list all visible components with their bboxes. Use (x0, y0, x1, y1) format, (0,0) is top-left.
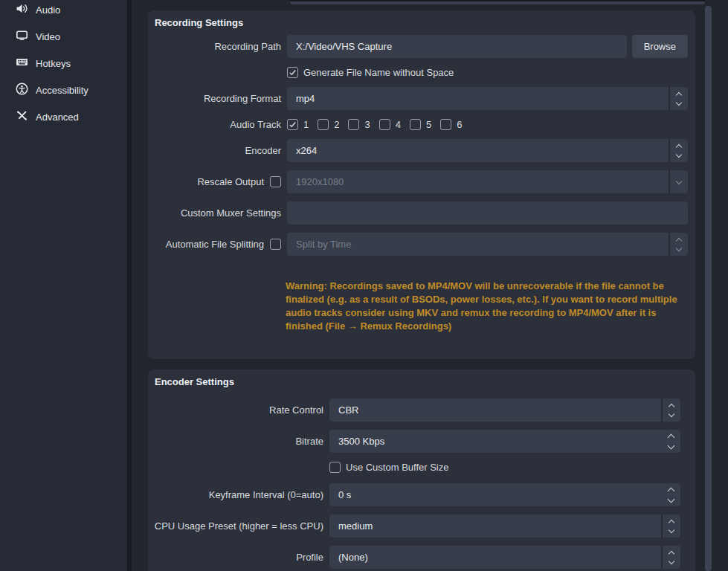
spinner-arrows-icon[interactable] (669, 87, 688, 110)
auto-file-splitting-row: Automatic File Splitting Split by Time (148, 233, 695, 256)
recording-settings-panel: Recording Settings Recording Path Browse… (148, 10, 695, 359)
keyframe-interval-value: 0 s (329, 489, 661, 500)
keyframe-interval-spinbox[interactable]: 0 s (329, 483, 680, 506)
recording-format-label: Recording Format (204, 93, 281, 104)
settings-sidebar: Audio Video Hotkeys Accessibility Advanc… (0, 0, 127, 571)
settings-nav-list: Audio Video Hotkeys Accessibility Advanc… (0, 0, 127, 130)
rescale-output-label: Rescale Output (197, 176, 264, 187)
keyframe-interval-label: Keyframe Interval (0=auto) (209, 489, 323, 500)
sidebar-item-audio[interactable]: Audio (0, 0, 127, 23)
audio-track-label: Audio Track (230, 119, 281, 130)
encoder-settings-title: Encoder Settings (148, 370, 695, 388)
auto-file-splitting-select[interactable]: Split by Time (287, 233, 688, 256)
dropdown-arrow-icon[interactable] (669, 170, 688, 193)
rescale-output-checkbox[interactable] (270, 176, 281, 187)
audio-track-5-checkbox[interactable] (410, 119, 421, 130)
recording-format-select[interactable]: mp4 (287, 87, 688, 110)
audio-track-row: Audio Track 1 2 3 4 5 6 (148, 118, 695, 130)
auto-file-splitting-checkbox[interactable] (270, 239, 281, 250)
sidebar-item-label: Video (36, 31, 60, 42)
recording-path-label: Recording Path (214, 41, 281, 52)
auto-file-splitting-value: Split by Time (287, 239, 669, 250)
spinner-arrows-icon[interactable] (661, 430, 680, 453)
profile-value: (None) (329, 552, 661, 563)
bitrate-value: 3500 Kbps (329, 436, 661, 447)
cpu-usage-preset-value: medium (329, 520, 661, 532)
audio-track-3-checkbox[interactable] (348, 119, 359, 130)
recording-path-input[interactable] (287, 35, 627, 58)
custom-muxer-label: Custom Muxer Settings (181, 207, 281, 219)
custom-buffer-checkbox[interactable] (329, 462, 341, 473)
audio-track-5-label: 5 (426, 119, 431, 130)
custom-muxer-row: Custom Muxer Settings (148, 201, 695, 225)
recording-format-row: Recording Format mp4 (148, 87, 695, 110)
rate-control-select[interactable]: CBR (329, 399, 680, 422)
generate-filename-label: Generate File Name without Space (303, 67, 454, 78)
bitrate-label: Bitrate (295, 436, 323, 447)
accessibility-icon (16, 83, 28, 97)
spinner-arrows-icon[interactable] (669, 139, 688, 162)
audio-track-3-label: 3 (364, 119, 370, 130)
custom-buffer-label: Use Custom Buffer Size (346, 462, 448, 473)
auto-file-splitting-label: Automatic File Splitting (166, 239, 264, 250)
sidebar-item-label: Accessibility (36, 85, 88, 96)
bitrate-row: Bitrate 3500 Kbps (148, 430, 695, 453)
custom-buffer-row: Use Custom Buffer Size (148, 461, 695, 473)
settings-content: Recording Settings Recording Path Browse… (132, 0, 728, 571)
tools-icon (16, 109, 28, 124)
generate-filename-checkbox[interactable] (287, 67, 298, 78)
audio-track-6-checkbox[interactable] (440, 119, 451, 130)
recording-path-row: Recording Path Browse (148, 35, 695, 58)
sidebar-item-label: Advanced (36, 112, 79, 123)
sidebar-item-accessibility[interactable]: Accessibility (0, 77, 127, 103)
spinner-arrows-icon[interactable] (661, 399, 680, 422)
browse-button[interactable]: Browse (632, 35, 688, 58)
recording-settings-title: Recording Settings (148, 10, 695, 29)
sidebar-item-hotkeys[interactable]: Hotkeys (0, 50, 127, 77)
encoder-label: Encoder (245, 145, 281, 156)
audio-track-1-checkbox[interactable] (287, 119, 298, 130)
monitor-icon (16, 29, 28, 44)
rate-control-label: Rate Control (269, 404, 323, 416)
spinner-arrows-icon[interactable] (661, 514, 680, 538)
sidebar-item-advanced[interactable]: Advanced (0, 103, 127, 130)
rate-control-value: CBR (329, 404, 661, 416)
profile-row: Profile (None) (148, 546, 695, 569)
keyframe-interval-row: Keyframe Interval (0=auto) 0 s (148, 483, 695, 506)
recording-format-value: mp4 (287, 93, 669, 104)
rate-control-row: Rate Control CBR (148, 399, 695, 422)
audio-track-6-label: 6 (457, 119, 462, 130)
rescale-output-row: Rescale Output 1920x1080 (148, 170, 695, 193)
keyboard-icon (16, 56, 28, 71)
cpu-usage-preset-select[interactable]: medium (329, 514, 680, 538)
profile-select[interactable]: (None) (329, 546, 680, 569)
cpu-usage-preset-row: CPU Usage Preset (higher = less CPU) med… (148, 514, 695, 538)
speaker-icon (16, 2, 28, 17)
mp4-warning-text: Warning: Recordings saved to MP4/MOV wil… (286, 280, 693, 333)
audio-track-4-checkbox[interactable] (379, 119, 390, 130)
spinner-arrows-icon[interactable] (669, 233, 688, 256)
custom-muxer-input[interactable] (287, 201, 688, 225)
audio-track-2-checkbox[interactable] (318, 119, 329, 130)
encoder-settings-panel: Encoder Settings Rate Control CBR Bitrat… (148, 370, 695, 571)
bitrate-spinbox[interactable]: 3500 Kbps (329, 430, 680, 453)
audio-track-1-label: 1 (303, 119, 309, 130)
sidebar-item-video[interactable]: Video (0, 23, 127, 50)
generate-filename-row: Generate File Name without Space (148, 66, 695, 78)
audio-track-2-label: 2 (334, 119, 339, 130)
encoder-row: Encoder x264 (148, 139, 695, 162)
spinner-arrows-icon[interactable] (661, 483, 680, 506)
encoder-select[interactable]: x264 (287, 139, 688, 162)
spinner-arrows-icon[interactable] (661, 546, 680, 569)
sidebar-item-label: Audio (36, 4, 60, 16)
audio-track-4-label: 4 (396, 119, 401, 130)
cpu-usage-preset-label: CPU Usage Preset (higher = less CPU) (155, 520, 323, 532)
profile-label: Profile (296, 552, 323, 563)
vertical-scrollbar[interactable] (705, 6, 712, 571)
encoder-value: x264 (287, 145, 669, 156)
rescale-output-value: 1920x1080 (287, 176, 669, 187)
sidebar-item-label: Hotkeys (36, 58, 71, 69)
rescale-output-select[interactable]: 1920x1080 (287, 170, 688, 193)
clipped-field-above (290, 0, 705, 4)
